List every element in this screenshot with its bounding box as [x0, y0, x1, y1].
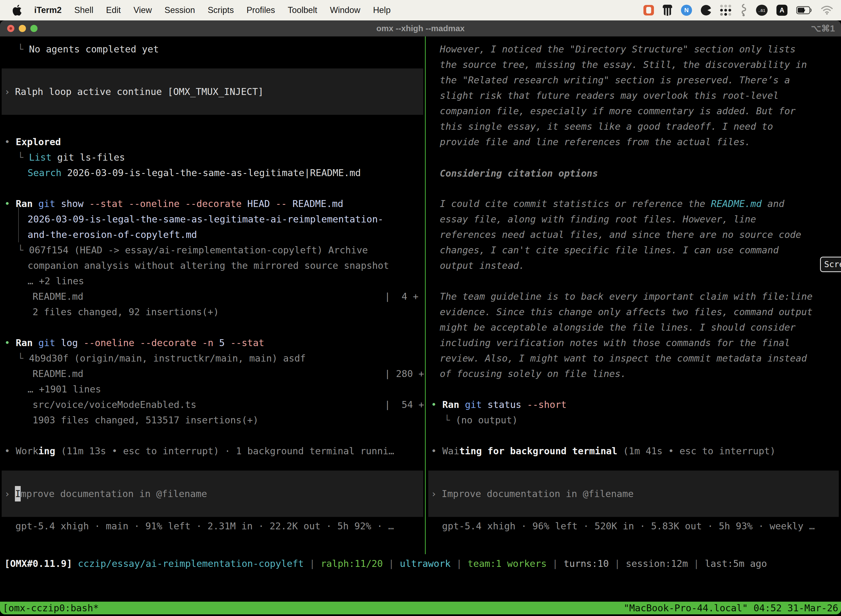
inject-message-box[interactable]: › Ralph loop active continue [OMX_TMUX_I… [1, 69, 423, 115]
menu-item-session[interactable]: Session [164, 5, 195, 15]
agents-note-text: No agents completed yet [29, 44, 159, 55]
agents-note-row: └ No agents completed yet [18, 41, 159, 57]
reasoning-line: including verification notes with those … [440, 335, 790, 351]
menu-item-app[interactable]: iTerm2 [34, 5, 62, 15]
diffstat-summary-row: 2 files changed, 92 insertions(+) [32, 304, 219, 320]
chat-bubble-shape [646, 7, 651, 13]
git-show-output-row: └ 067f154 (HEAD -> essay/ai-reimplementa… [18, 242, 368, 258]
separator: | [614, 558, 620, 569]
reasoning-line: I could cite commit statistics or refere… [440, 196, 784, 211]
menu-item-view[interactable]: View [133, 5, 152, 15]
reasoning-line: companion file, especially if more comme… [440, 103, 796, 119]
diffstat-count: | 54 + [385, 397, 424, 412]
battery-icon[interactable] [796, 6, 812, 14]
window-title: omx --xhigh --madmax [377, 24, 464, 33]
flags-token: --short [527, 399, 567, 410]
menu-item-toolbelt[interactable]: Toolbelt [288, 5, 317, 15]
tree-connector-line [18, 207, 19, 242]
close-button[interactable] [7, 25, 14, 32]
apple-menu-icon[interactable] [13, 5, 22, 16]
left-agent-pane[interactable]: └ No agents completed yet › Ralph loop a… [0, 37, 425, 616]
flags-token: --stat [230, 337, 264, 348]
arg-token: 5 [213, 337, 230, 348]
menu-item-help[interactable]: Help [373, 5, 391, 15]
omx-ralph-counter: ralph:11/20 [321, 558, 383, 569]
working-label-dim: Work [16, 446, 38, 456]
menu-item-window[interactable]: Window [330, 5, 360, 15]
corner-glyph: └ [18, 152, 23, 163]
diffstat-file: README.md [32, 291, 84, 302]
git-show-command-row: • Ran git show --stat --oneline --decora… [4, 196, 343, 211]
list-command: git ls-files [57, 152, 125, 163]
battery-percent-icon[interactable]: ..61 [756, 5, 768, 16]
menu-bar-status-icons: N ..61 A [643, 4, 841, 16]
omx-session-time: session:12m [626, 558, 688, 569]
chat-app-icon[interactable] [643, 5, 654, 15]
input-placeholder: mprove documentation in @filename [21, 486, 207, 502]
reasoning-line: However, I noticed the "Directory Struct… [440, 41, 796, 57]
reasoning-line: evidence. Since this change only affects… [440, 304, 813, 320]
more-lines-text: +1901 lines [33, 384, 101, 395]
bullet-glyph: • [4, 337, 10, 348]
reasoning-line: review. Also, I might want to inspect th… [440, 351, 807, 366]
macos-menu-bar: iTerm2 Shell Edit View Session Scripts P… [0, 0, 841, 21]
menu-item-profiles[interactable]: Profiles [246, 5, 275, 15]
menu-item-edit[interactable]: Edit [106, 5, 120, 15]
diffstat-row: README.md| 280 + [32, 366, 425, 381]
window-title-bar[interactable]: omx --xhigh --madmax ⌥⌘1 [0, 21, 841, 37]
dots-grid-menu-icon[interactable] [720, 5, 731, 16]
separator: | [552, 558, 558, 569]
explored-row: • Explored [4, 134, 61, 150]
subcommand-token: show [55, 198, 89, 209]
diffstat-row: README.md| 4 + [32, 289, 425, 304]
badge-menu-icon[interactable]: N [681, 5, 692, 16]
bullet-glyph: • [431, 399, 437, 410]
subcommand-token: status [482, 399, 527, 410]
omx-version: [OMX#0.11.9] [4, 558, 72, 569]
git-token: git [38, 337, 55, 348]
explored-title: Explored [16, 136, 61, 147]
omx-worktree-path: cczip/essay/ai-reimplementation-copyleft [78, 558, 304, 569]
ellipsis-glyph: … [28, 276, 33, 286]
agent-input-right[interactable]: › Improve documentation in @filename [428, 471, 839, 517]
pane-divider[interactable] [425, 37, 426, 554]
readme-link[interactable]: README.md [711, 198, 762, 209]
agent-input-left[interactable]: › I mprove documentation in @filename [1, 471, 423, 517]
reasoning-line: slight risk that future readers may over… [440, 88, 779, 103]
right-agent-pane[interactable]: However, I noticed the "Directory Struct… [426, 37, 841, 616]
menu-item-shell[interactable]: Shell [74, 5, 93, 15]
diffstat-row: src/voice/voiceModeEnabled.ts| 54 + [32, 397, 425, 412]
tmux-window-label[interactable]: [omx-cczip0:bash* [3, 600, 99, 616]
reasoning-line: might be acceptable alongside the file l… [440, 320, 796, 335]
reasoning-line: output instead. [440, 258, 525, 273]
subcommand-token: log [55, 337, 84, 348]
tmux-status-bar: [omx-cczip0:bash* "MacBook-Pro-44.local"… [0, 602, 841, 615]
shield-menu-icon[interactable] [663, 5, 672, 16]
wifi-icon[interactable] [821, 6, 833, 15]
git-status-command-row: • Ran git status --short [431, 397, 567, 412]
text-cursor: I [15, 486, 21, 502]
waiting-label-dim: Wai [442, 446, 459, 456]
output-text: 067f154 (HEAD -> essay/ai-reimplementati… [29, 245, 368, 255]
zoom-button[interactable] [30, 25, 38, 32]
input-source-icon[interactable]: A [777, 5, 787, 16]
working-status-row: • Working (11m 13s • esc to interrupt) ·… [4, 443, 394, 459]
reasoning-text: and [762, 198, 784, 209]
pie-menu-icon[interactable] [701, 5, 711, 15]
window-shortcut-badge: ⌥⌘1 [811, 23, 841, 34]
git-log-output-row: └ 4b9d30f (origin/main, instructkr/main,… [18, 351, 306, 366]
diffstat-summary-row: 1903 files changed, 513517 insertions(+) [32, 412, 259, 428]
reasoning-line: provide file and line references from th… [440, 134, 750, 150]
menu-item-scripts[interactable]: Scripts [208, 5, 234, 15]
flags-token: --stat --oneline --decorate [89, 198, 242, 209]
arg-token: README.md [287, 198, 343, 209]
squiggle-menu-icon[interactable] [740, 4, 747, 16]
reasoning-line: references need actual files, and since … [440, 227, 801, 242]
session-status-line: gpt-5.4 xhigh · main · 91% left · 2.31M … [15, 518, 394, 534]
input-prompt-glyph: › [4, 486, 10, 502]
corner-glyph: └ [18, 44, 23, 55]
working-label: ing [38, 446, 55, 456]
corner-glyph: └ [18, 353, 23, 364]
minimize-button[interactable] [19, 25, 26, 32]
reasoning-line: The team guideline is to back every impo… [440, 289, 813, 304]
